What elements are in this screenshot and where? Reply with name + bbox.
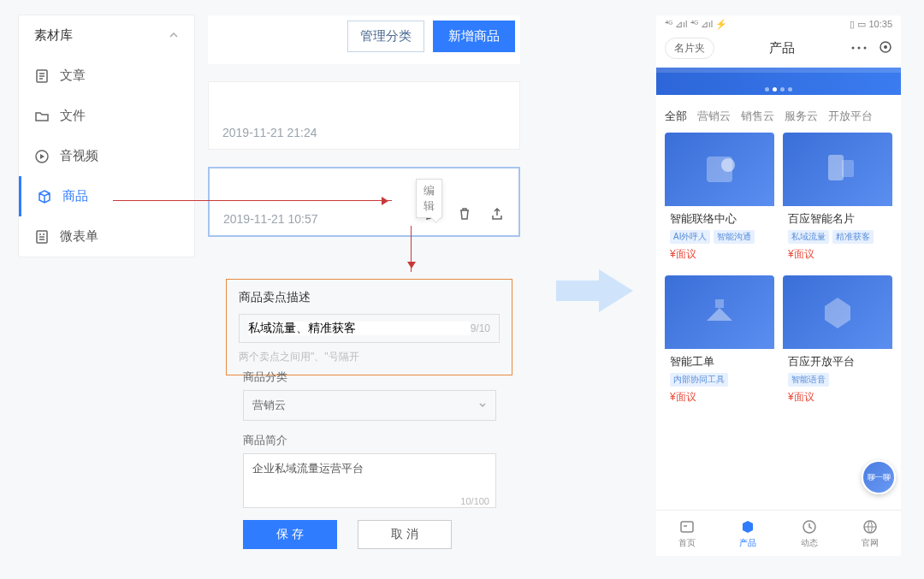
mobile-preview: ⁴ᴳ ⊿ıl ⁴ᴳ ⊿ıl ⚡ ▯ ▭ 10:35 名片夹 产品 全部 营销云 … [656, 15, 901, 556]
nav-home[interactable]: 首页 [678, 518, 696, 549]
product-card[interactable]: 智能联络中心 AI外呼人 智能沟通 ¥面议 [665, 133, 774, 267]
svg-point-9 [721, 158, 735, 172]
entry-action-bar: 编辑 [424, 206, 505, 225]
cancel-button[interactable]: 取 消 [358, 520, 452, 549]
cat-tab-all[interactable]: 全部 [665, 109, 687, 124]
flow-arrow-icon [552, 265, 637, 320]
selling-point-input[interactable] [248, 322, 471, 335]
svg-point-3 [852, 46, 855, 49]
product-card[interactable]: 百应智能名片 私域流量 精准获客 ¥面议 [783, 133, 892, 267]
play-icon [34, 149, 50, 164]
entry-timestamp: 2019-11-21 21:24 [222, 126, 317, 139]
target-icon[interactable] [879, 40, 892, 57]
cat-tab[interactable]: 营销云 [697, 109, 731, 124]
sidebar-item-label: 音视频 [60, 148, 98, 164]
product-image [783, 133, 892, 206]
product-tag: 智能语音 [788, 373, 829, 387]
category-tabs: 全部 营销云 销售云 服务云 开放平台 [656, 95, 901, 133]
product-tag: 智能沟通 [714, 230, 755, 244]
nav-label: 动态 [801, 537, 818, 549]
sidebar-item-article[interactable]: 文章 [19, 56, 194, 96]
folder-icon [34, 109, 50, 124]
product-image [783, 275, 892, 349]
product-card[interactable]: 百应开放平台 智能语音 ¥面议 [783, 275, 892, 410]
category-select[interactable]: 营销云 [243, 390, 496, 421]
product-image [665, 133, 774, 206]
nav-label: 首页 [678, 537, 696, 549]
sidebar-item-product[interactable]: 商品 [19, 176, 194, 216]
product-price: ¥面议 [783, 247, 892, 267]
product-title: 智能工单 [665, 349, 774, 373]
svg-rect-14 [681, 522, 693, 532]
business-card-pill[interactable]: 名片夹 [665, 38, 714, 59]
nav-activity[interactable]: 动态 [801, 518, 818, 549]
category-value: 营销云 [252, 398, 286, 413]
product-entry-list: 2019-11-21 21:24 2019-11-21 10:57 编辑 [208, 81, 520, 237]
sidebar-item-form[interactable]: 微表单 [19, 216, 194, 257]
product-tag: AI外呼人 [670, 230, 710, 244]
product-price: ¥面议 [665, 390, 774, 410]
edit-icon[interactable]: 编辑 [424, 206, 440, 225]
svg-marker-13 [825, 298, 850, 328]
cube-icon [37, 189, 52, 204]
sidebar-item-label: 文章 [60, 68, 86, 84]
product-card[interactable]: 智能工单 内部协同工具 ¥面议 [665, 275, 774, 410]
product-title: 智能联络中心 [665, 206, 774, 230]
product-tag: 私域流量 [788, 230, 829, 244]
intro-textarea[interactable] [243, 453, 496, 508]
delete-icon[interactable] [457, 206, 472, 225]
carousel-banner[interactable] [656, 68, 901, 95]
top-title: 产品 [769, 40, 795, 56]
sidebar-item-label: 文件 [60, 108, 86, 124]
svg-rect-12 [715, 299, 724, 308]
nav-website[interactable]: 官网 [862, 518, 879, 549]
bottom-nav: 首页 产品 动态 官网 [656, 510, 901, 556]
svg-rect-11 [842, 160, 854, 177]
svg-point-5 [864, 46, 867, 49]
product-title: 百应开放平台 [783, 349, 892, 373]
phone-top-bar: 名片夹 产品 [656, 32, 901, 68]
share-icon[interactable] [489, 206, 505, 225]
cat-tab[interactable]: 开放平台 [828, 109, 873, 124]
form-button-row: 保 存 取 消 [243, 520, 452, 549]
product-tag: 内部协同工具 [670, 373, 728, 387]
cat-tab[interactable]: 服务云 [785, 109, 818, 124]
nav-label: 官网 [862, 537, 879, 549]
product-toolbar: 管理分类 新增商品 [208, 15, 520, 64]
annotation-arrow-vertical [411, 226, 412, 272]
manage-category-button[interactable]: 管理分类 [347, 21, 424, 52]
selling-point-form: 商品卖点描述 9/10 两个卖点之间用"、"号隔开 [226, 279, 512, 375]
selling-point-counter: 9/10 [471, 322, 490, 334]
entry-timestamp: 2019-11-21 10:57 [223, 212, 318, 226]
chevron-up-icon [169, 28, 179, 43]
svg-rect-10 [828, 155, 844, 180]
sidebar-item-file[interactable]: 文件 [19, 96, 194, 136]
more-icon[interactable] [850, 41, 868, 56]
selling-point-input-wrap: 9/10 [239, 314, 500, 343]
nav-label: 产品 [739, 537, 756, 549]
status-clock: ▯ ▭ 10:35 [850, 19, 892, 30]
form-icon [34, 229, 50, 245]
sidebar-item-media[interactable]: 音视频 [19, 136, 194, 176]
chevron-down-icon [478, 399, 487, 412]
product-grid: 智能联络中心 AI外呼人 智能沟通 ¥面议 百应智能名片 私域流量 精准获客 ¥… [656, 133, 901, 410]
product-entry[interactable]: 2019-11-21 21:24 [208, 81, 520, 150]
cat-tab[interactable]: 销售云 [741, 109, 774, 124]
status-signal: ⁴ᴳ ⊿ıl ⁴ᴳ ⊿ıl ⚡ [665, 19, 727, 30]
save-button[interactable]: 保 存 [243, 520, 337, 549]
product-image [665, 275, 774, 349]
selling-point-hint: 两个卖点之间用"、"号隔开 [239, 350, 500, 364]
new-product-button[interactable]: 新增商品 [433, 21, 515, 52]
sidebar-title: 素材库 [34, 27, 73, 44]
product-tag: 精准获客 [832, 230, 874, 244]
status-bar: ⁴ᴳ ⊿ıl ⁴ᴳ ⊿ıl ⚡ ▯ ▭ 10:35 [656, 15, 901, 32]
category-label: 商品分类 [243, 369, 496, 385]
product-entry-active[interactable]: 2019-11-21 10:57 编辑 [208, 167, 520, 237]
sidebar-item-label: 商品 [62, 188, 88, 204]
article-icon [34, 68, 50, 84]
chat-avatar-button[interactable]: 聊一聊 [862, 460, 896, 494]
intro-label: 商品简介 [243, 433, 496, 448]
sidebar-title-row[interactable]: 素材库 [19, 15, 194, 56]
nav-product[interactable]: 产品 [739, 518, 756, 549]
svg-point-7 [884, 45, 887, 49]
